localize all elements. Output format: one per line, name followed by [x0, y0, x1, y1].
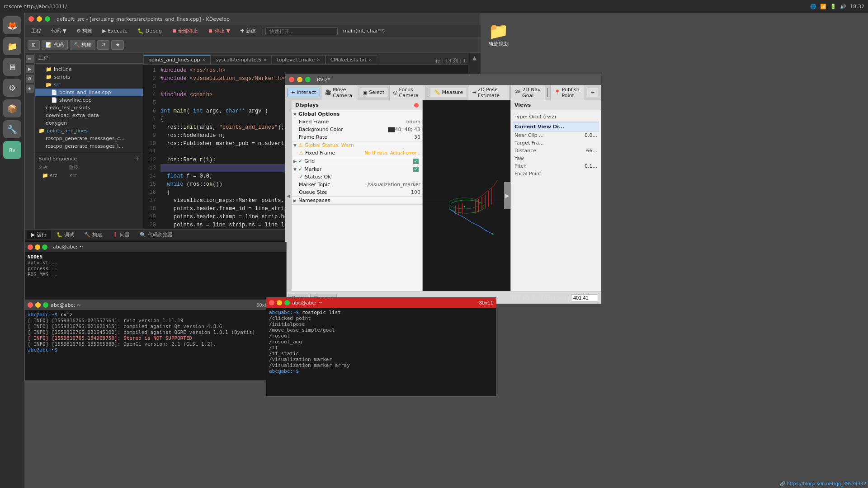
kdev-icon-2[interactable]: ▶ [26, 65, 34, 73]
grid-checkbox[interactable]: ✓ [413, 159, 419, 164]
menu-stop-all[interactable]: ⏹ 全部停止 [167, 26, 203, 36]
tree-item-roscpp2[interactable]: roscpp_generate_messages_l... [35, 142, 143, 150]
rviz-max-btn[interactable] [305, 77, 311, 82]
tree-item-include[interactable]: 📁 include [35, 66, 143, 73]
tree-item-showline-cpp[interactable]: 📄 showline.cpp [35, 96, 143, 104]
menu-build[interactable]: ⚙ 构建 [72, 26, 97, 36]
toolbar-grid-btn[interactable]: ⊞ [28, 40, 40, 50]
kdevelop-max-btn[interactable] [45, 16, 50, 22]
tab-label: syscall-template.S [216, 57, 261, 63]
term1-min[interactable] [35, 302, 41, 308]
dock-apps[interactable]: ⚙ [3, 79, 21, 97]
ros-term-min[interactable] [35, 244, 40, 250]
desktop-folder-track[interactable]: 📁 轨迹规划 [488, 22, 509, 47]
displays-close[interactable] [414, 103, 419, 108]
tab-points-cpp[interactable]: points_and_lines.cpp ✕ [143, 55, 211, 64]
measure-label: Measure [442, 89, 463, 95]
publish-point-btn[interactable]: 📍 Publish Point [550, 85, 585, 100]
menu-stop[interactable]: ⏹ 停止 ▼ [203, 26, 234, 36]
global-status-header[interactable]: ⚠ Global Status: Warn [292, 141, 422, 149]
namespaces-header[interactable]: Namespaces [292, 197, 422, 204]
rviz-3d-view[interactable]: ▶ [423, 100, 510, 291]
near-clip-value: 0.0... [585, 132, 597, 138]
bottom-tab-browser[interactable]: 🔍 代码浏览器 [135, 230, 177, 239]
menu-project[interactable]: 工程 [27, 26, 46, 36]
quick-open-input[interactable] [265, 27, 338, 35]
ros-term-max[interactable] [42, 244, 47, 250]
add-display-btn[interactable]: + [587, 88, 599, 97]
bottom-tab-run[interactable]: ▶ 运行 [27, 230, 51, 239]
build-seq-row[interactable]: 📁 src src [35, 172, 143, 179]
nav-goal-btn[interactable]: 🏁 2D Nav Goal [510, 85, 545, 100]
kdev-icon-3[interactable]: ⚙ [26, 75, 34, 83]
focus-camera-btn[interactable]: ◎ Focus Camera [389, 85, 425, 100]
marker-header[interactable]: ✓ Marker ✓ [292, 165, 422, 173]
tab-syscall[interactable]: syscall-template.S ✕ [211, 55, 272, 64]
move-camera-btn[interactable]: 🎥 Move Camera [321, 85, 358, 100]
tree-item-pal[interactable]: 📁 points_and_lines [35, 127, 143, 135]
bottom-tab-debug[interactable]: 🐛 调试 [52, 230, 79, 239]
tab-cmake[interactable]: toplevel.cmake ✕ [272, 55, 325, 64]
build-seq-add[interactable]: + [135, 156, 139, 162]
dock-firefox[interactable]: 🦊 [3, 16, 21, 34]
dock-amazon[interactable]: 📦 [3, 99, 21, 117]
csdn-link[interactable]: 🔗 https://blog.csdn.net/qq_39534332 [780, 481, 866, 486]
term1-close[interactable] [28, 302, 33, 308]
queue-size-value: 100 [411, 189, 420, 195]
tab-close-icon[interactable]: ✕ [263, 57, 267, 62]
term2-max[interactable] [284, 300, 290, 305]
measure-btn[interactable]: 📏 Measure [430, 88, 467, 97]
tree-item-download[interactable]: download_extra_data [35, 112, 143, 119]
kdev-icon-4[interactable]: ★ [26, 84, 34, 93]
project-tree: 📁 include 📁 scripts 📂 src 📄 points_and_l… [35, 64, 143, 229]
scroll-up-btn[interactable]: ▲ [472, 55, 476, 61]
tree-item-doxygen[interactable]: doxygen [35, 119, 143, 127]
grid-header[interactable]: ✓ Grid ✓ [292, 157, 422, 165]
bottom-tab-build[interactable]: 🔨 构建 [80, 230, 107, 239]
tab-cmakelists[interactable]: CMakeLists.txt ✕ [326, 55, 377, 64]
term2-close[interactable] [269, 300, 274, 305]
bottom-tab-problems[interactable]: ❗ 问题 [108, 230, 135, 239]
global-options-header[interactable]: Global Options [292, 110, 422, 118]
toolbar-refresh-btn[interactable]: ↺ [97, 40, 109, 50]
tree-item-clean[interactable]: clean_test_results [35, 104, 143, 112]
tab-close-icon[interactable]: ✕ [316, 57, 320, 62]
select-btn[interactable]: ▣ Select [359, 88, 388, 97]
pose-estimate-btn[interactable]: → 2D Pose Estimate [468, 85, 509, 100]
marker-checkbox[interactable]: ✓ [413, 167, 419, 172]
svg-point-16 [486, 230, 487, 231]
menu-new[interactable]: ✚ 新建 [236, 26, 260, 36]
target-frame-label: Target Fra... [514, 140, 597, 146]
rviz-min-btn[interactable] [297, 77, 302, 82]
toolbar-code-btn[interactable]: 📝 代码 [42, 40, 68, 50]
tree-item-roscpp1[interactable]: roscpp_generate_messages_c... [35, 135, 143, 142]
tab-close-icon[interactable]: ✕ [368, 57, 372, 62]
tab-close-icon[interactable]: ✕ [202, 57, 206, 62]
term2-min[interactable] [277, 300, 282, 305]
interact-btn[interactable]: ↔ Interact [287, 88, 320, 97]
dock-rviz[interactable]: Rv [3, 141, 21, 159]
tree-item-scripts[interactable]: 📁 scripts [35, 73, 143, 81]
dock-settings[interactable]: 🔧 [3, 120, 21, 138]
tree-item-src[interactable]: 📂 src [35, 81, 143, 89]
kdev-icon-1[interactable]: ≡ [26, 55, 34, 63]
toolbar-build-btn2[interactable]: 🔨 构建 [70, 40, 96, 50]
dock-terminal[interactable]: 🖥 [3, 58, 21, 76]
kdevelop-close-btn[interactable] [28, 16, 34, 22]
tree-label: points_and_lines.cpp [59, 89, 111, 95]
menu-debug[interactable]: 🐛 Debug [133, 27, 166, 35]
menu-execute[interactable]: ▶ Execute [98, 27, 132, 35]
toolbar-bookmark-btn[interactable]: ★ [111, 40, 124, 50]
taskbar-time: 18:32 [850, 4, 864, 9]
tree-item-points-cpp[interactable]: 📄 points_and_lines.cpp [35, 89, 143, 96]
rviz-collapse-right[interactable]: ▶ [504, 182, 510, 209]
rviz-close-btn[interactable] [289, 77, 294, 82]
ros-term-close[interactable] [28, 244, 33, 250]
kdevelop-min-btn[interactable] [37, 16, 42, 22]
term1-max[interactable] [43, 302, 48, 308]
menu-main[interactable]: main(int, char**) [339, 27, 390, 35]
kdevelop-titlebar: default: src - [src/using_markers/src/po… [25, 13, 481, 25]
dock-files[interactable]: 📁 [3, 37, 21, 55]
menu-code[interactable]: 代码 ▼ [47, 26, 71, 36]
wall-elapsed-input[interactable]: 401.41 [571, 294, 598, 301]
